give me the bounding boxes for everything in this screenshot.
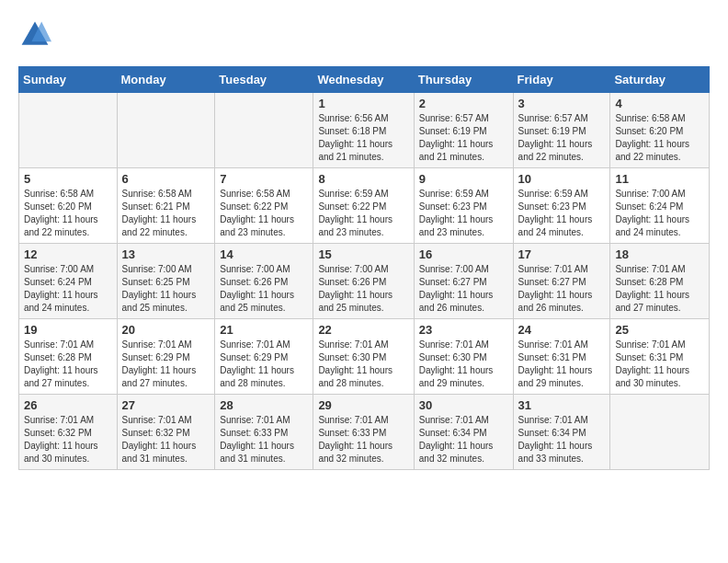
week-row-4: 19Sunrise: 7:01 AMSunset: 6:28 PMDayligh… bbox=[19, 319, 710, 395]
day-cell: 21Sunrise: 7:01 AMSunset: 6:29 PMDayligh… bbox=[215, 319, 313, 395]
day-cell: 22Sunrise: 7:01 AMSunset: 6:30 PMDayligh… bbox=[313, 319, 414, 395]
day-info: Sunrise: 7:01 AMSunset: 6:30 PMDaylight:… bbox=[419, 339, 508, 390]
logo-icon bbox=[18, 18, 51, 52]
day-number: 30 bbox=[419, 398, 508, 412]
day-info: Sunrise: 6:58 AMSunset: 6:20 PMDaylight:… bbox=[615, 112, 704, 164]
day-info: Sunrise: 7:01 AMSunset: 6:33 PMDaylight:… bbox=[318, 414, 408, 465]
day-cell: 10Sunrise: 6:59 AMSunset: 6:23 PMDayligh… bbox=[513, 168, 610, 244]
day-cell: 20Sunrise: 7:01 AMSunset: 6:29 PMDayligh… bbox=[117, 319, 215, 395]
day-number: 12 bbox=[24, 247, 112, 261]
day-cell: 12Sunrise: 7:00 AMSunset: 6:24 PMDayligh… bbox=[19, 244, 118, 319]
day-number: 4 bbox=[615, 97, 704, 110]
day-info: Sunrise: 7:00 AMSunset: 6:27 PMDaylight:… bbox=[419, 263, 508, 315]
day-info: Sunrise: 7:01 AMSunset: 6:31 PMDaylight:… bbox=[518, 339, 606, 390]
day-cell: 7Sunrise: 6:58 AMSunset: 6:22 PMDaylight… bbox=[215, 168, 313, 244]
col-header-sunday: Sunday bbox=[19, 67, 118, 93]
day-cell: 8Sunrise: 6:59 AMSunset: 6:22 PMDaylight… bbox=[313, 168, 414, 244]
day-number: 10 bbox=[518, 172, 606, 186]
day-cell: 5Sunrise: 6:58 AMSunset: 6:20 PMDaylight… bbox=[19, 168, 118, 244]
day-cell: 19Sunrise: 7:01 AMSunset: 6:28 PMDayligh… bbox=[19, 319, 118, 395]
day-info: Sunrise: 7:01 AMSunset: 6:34 PMDaylight:… bbox=[419, 414, 508, 465]
day-number: 9 bbox=[419, 172, 508, 186]
day-cell: 15Sunrise: 7:00 AMSunset: 6:26 PMDayligh… bbox=[313, 244, 414, 319]
day-number: 25 bbox=[615, 323, 704, 337]
day-cell: 18Sunrise: 7:01 AMSunset: 6:28 PMDayligh… bbox=[610, 244, 710, 319]
day-info: Sunrise: 6:59 AMSunset: 6:22 PMDaylight:… bbox=[318, 188, 408, 239]
day-number: 16 bbox=[419, 247, 508, 261]
day-info: Sunrise: 6:57 AMSunset: 6:19 PMDaylight:… bbox=[419, 112, 508, 164]
col-header-saturday: Saturday bbox=[610, 67, 710, 93]
day-cell bbox=[215, 93, 313, 168]
day-number: 29 bbox=[318, 398, 408, 412]
day-number: 6 bbox=[122, 172, 210, 186]
day-number: 5 bbox=[24, 172, 112, 186]
day-number: 11 bbox=[615, 172, 704, 186]
day-number: 23 bbox=[419, 323, 508, 337]
day-cell: 17Sunrise: 7:01 AMSunset: 6:27 PMDayligh… bbox=[513, 244, 610, 319]
col-header-tuesday: Tuesday bbox=[215, 67, 313, 93]
day-cell: 13Sunrise: 7:00 AMSunset: 6:25 PMDayligh… bbox=[117, 244, 215, 319]
day-cell: 16Sunrise: 7:00 AMSunset: 6:27 PMDayligh… bbox=[414, 244, 513, 319]
day-info: Sunrise: 7:01 AMSunset: 6:33 PMDaylight:… bbox=[220, 414, 308, 465]
day-cell: 28Sunrise: 7:01 AMSunset: 6:33 PMDayligh… bbox=[215, 395, 313, 470]
day-info: Sunrise: 7:01 AMSunset: 6:31 PMDaylight:… bbox=[615, 339, 704, 390]
day-info: Sunrise: 7:00 AMSunset: 6:24 PMDaylight:… bbox=[24, 263, 112, 315]
day-info: Sunrise: 7:01 AMSunset: 6:30 PMDaylight:… bbox=[318, 339, 408, 390]
day-info: Sunrise: 7:01 AMSunset: 6:28 PMDaylight:… bbox=[615, 263, 704, 315]
day-info: Sunrise: 7:01 AMSunset: 6:28 PMDaylight:… bbox=[24, 339, 112, 390]
day-cell: 4Sunrise: 6:58 AMSunset: 6:20 PMDaylight… bbox=[610, 93, 710, 168]
day-number: 19 bbox=[24, 323, 112, 337]
day-info: Sunrise: 7:00 AMSunset: 6:24 PMDaylight:… bbox=[615, 188, 704, 239]
day-cell bbox=[117, 93, 215, 168]
day-number: 21 bbox=[220, 323, 308, 337]
day-info: Sunrise: 6:56 AMSunset: 6:18 PMDaylight:… bbox=[318, 112, 408, 164]
day-cell: 3Sunrise: 6:57 AMSunset: 6:19 PMDaylight… bbox=[513, 93, 610, 168]
page-header bbox=[18, 18, 710, 52]
day-info: Sunrise: 7:01 AMSunset: 6:32 PMDaylight:… bbox=[122, 414, 210, 465]
day-info: Sunrise: 7:01 AMSunset: 6:29 PMDaylight:… bbox=[220, 339, 308, 390]
day-info: Sunrise: 7:00 AMSunset: 6:26 PMDaylight:… bbox=[318, 263, 408, 315]
day-cell: 30Sunrise: 7:01 AMSunset: 6:34 PMDayligh… bbox=[414, 395, 513, 470]
col-header-thursday: Thursday bbox=[414, 67, 513, 93]
day-number: 15 bbox=[318, 247, 408, 261]
day-number: 24 bbox=[518, 323, 606, 337]
day-number: 31 bbox=[518, 398, 606, 412]
day-cell: 23Sunrise: 7:01 AMSunset: 6:30 PMDayligh… bbox=[414, 319, 513, 395]
day-info: Sunrise: 6:57 AMSunset: 6:19 PMDaylight:… bbox=[518, 112, 606, 164]
day-info: Sunrise: 6:58 AMSunset: 6:21 PMDaylight:… bbox=[122, 188, 210, 239]
calendar-table: SundayMondayTuesdayWednesdayThursdayFrid… bbox=[18, 66, 710, 470]
col-header-monday: Monday bbox=[117, 67, 215, 93]
week-row-3: 12Sunrise: 7:00 AMSunset: 6:24 PMDayligh… bbox=[19, 244, 710, 319]
day-number: 2 bbox=[419, 97, 508, 110]
day-info: Sunrise: 7:01 AMSunset: 6:34 PMDaylight:… bbox=[518, 414, 606, 465]
day-number: 1 bbox=[318, 97, 408, 110]
day-cell: 24Sunrise: 7:01 AMSunset: 6:31 PMDayligh… bbox=[513, 319, 610, 395]
day-info: Sunrise: 6:59 AMSunset: 6:23 PMDaylight:… bbox=[419, 188, 508, 239]
day-cell: 14Sunrise: 7:00 AMSunset: 6:26 PMDayligh… bbox=[215, 244, 313, 319]
calendar-header-row: SundayMondayTuesdayWednesdayThursdayFrid… bbox=[19, 67, 710, 93]
day-number: 14 bbox=[220, 247, 308, 261]
day-number: 27 bbox=[122, 398, 210, 412]
day-cell: 26Sunrise: 7:01 AMSunset: 6:32 PMDayligh… bbox=[19, 395, 118, 470]
day-number: 3 bbox=[518, 97, 606, 110]
day-cell: 6Sunrise: 6:58 AMSunset: 6:21 PMDaylight… bbox=[117, 168, 215, 244]
day-number: 7 bbox=[220, 172, 308, 186]
col-header-wednesday: Wednesday bbox=[313, 67, 414, 93]
day-number: 18 bbox=[615, 247, 704, 261]
col-header-friday: Friday bbox=[513, 67, 610, 93]
day-info: Sunrise: 6:59 AMSunset: 6:23 PMDaylight:… bbox=[518, 188, 606, 239]
day-cell bbox=[19, 93, 118, 168]
day-info: Sunrise: 7:01 AMSunset: 6:29 PMDaylight:… bbox=[122, 339, 210, 390]
day-cell: 29Sunrise: 7:01 AMSunset: 6:33 PMDayligh… bbox=[313, 395, 414, 470]
day-info: Sunrise: 7:01 AMSunset: 6:32 PMDaylight:… bbox=[24, 414, 112, 465]
day-number: 17 bbox=[518, 247, 606, 261]
day-cell: 11Sunrise: 7:00 AMSunset: 6:24 PMDayligh… bbox=[610, 168, 710, 244]
day-number: 8 bbox=[318, 172, 408, 186]
day-cell: 9Sunrise: 6:59 AMSunset: 6:23 PMDaylight… bbox=[414, 168, 513, 244]
day-info: Sunrise: 6:58 AMSunset: 6:20 PMDaylight:… bbox=[24, 188, 112, 239]
day-info: Sunrise: 7:01 AMSunset: 6:27 PMDaylight:… bbox=[518, 263, 606, 315]
day-cell bbox=[610, 395, 710, 470]
week-row-2: 5Sunrise: 6:58 AMSunset: 6:20 PMDaylight… bbox=[19, 168, 710, 244]
day-number: 13 bbox=[122, 247, 210, 261]
week-row-5: 26Sunrise: 7:01 AMSunset: 6:32 PMDayligh… bbox=[19, 395, 710, 470]
